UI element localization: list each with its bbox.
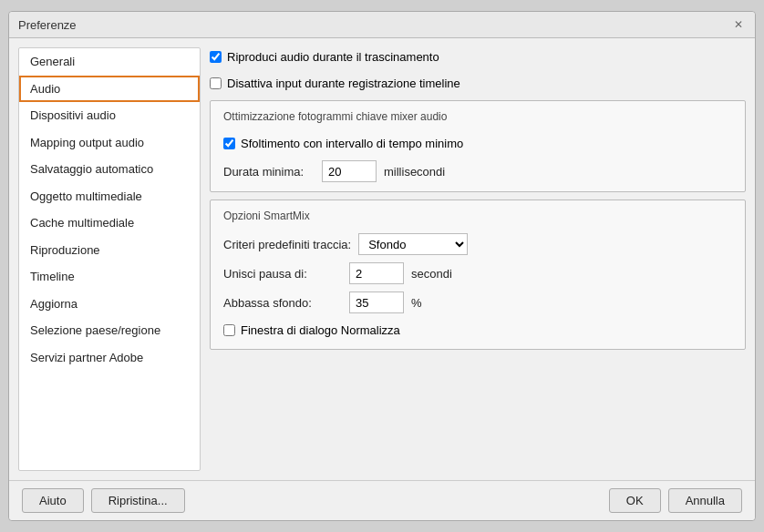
- sidebar-item-audio[interactable]: Audio: [19, 76, 200, 103]
- sidebar-item-selezione-paese[interactable]: Selezione paese/regione: [19, 317, 200, 344]
- sidebar-item-aggiorna[interactable]: Aggiorna: [19, 291, 200, 318]
- sidebar-item-salvataggio-automatico[interactable]: Salvataggio automatico: [19, 156, 200, 183]
- sfoltimento-row: Sfoltimento con intervallo di tempo mini…: [223, 134, 732, 153]
- checkbox-disattiva-input-label: Disattiva input durante registrazione ti…: [227, 77, 460, 90]
- unisci-label: Unisci pausa di:: [223, 267, 342, 281]
- sidebar-item-generali[interactable]: Generali: [19, 48, 200, 76]
- durata-label: Durata minima:: [223, 165, 315, 179]
- ottimizzazione-section: Ottimizzazione fotogrammi chiave mixer a…: [210, 100, 746, 192]
- checkbox-sfoltimento[interactable]: [223, 138, 235, 149]
- titlebar: Preferenze ✕: [9, 12, 755, 38]
- sidebar-item-timeline[interactable]: Timeline: [19, 263, 200, 291]
- checkbox-riproduci-audio[interactable]: [210, 51, 222, 63]
- sidebar-item-servizi-partner[interactable]: Servizi partner Adobe: [19, 344, 200, 372]
- abbassa-input[interactable]: [349, 292, 404, 313]
- sidebar: GeneraliAudioDispositivi audioMapping ou…: [18, 47, 201, 471]
- sidebar-item-dispositivi-audio[interactable]: Dispositivi audio: [19, 102, 200, 129]
- abbassa-row: Abbassa sfondo: %: [223, 292, 732, 313]
- criteri-label: Criteri predefiniti traccia:: [223, 238, 351, 251]
- durata-row: Durata minima: millisecondi: [223, 160, 732, 182]
- finestra-row: Finestra di dialogo Normalizza: [223, 321, 732, 340]
- content-area: Riproduci audio durante il trascinamento…: [210, 47, 746, 471]
- durata-unit: millisecondi: [384, 165, 445, 179]
- smartmix-title: Opzioni SmartMix: [223, 210, 732, 222]
- unisci-row: Unisci pausa di: secondi: [223, 262, 732, 284]
- dialog-title: Preferenze: [18, 18, 77, 32]
- abbassa-unit: %: [411, 296, 422, 310]
- dialog-body: GeneraliAudioDispositivi audioMapping ou…: [9, 38, 755, 480]
- sidebar-item-mapping-output-audio[interactable]: Mapping output audio: [19, 129, 200, 157]
- cancel-button[interactable]: Annulla: [668, 488, 742, 513]
- preferences-dialog: Preferenze ✕ GeneraliAudioDispositivi au…: [8, 11, 756, 521]
- close-button[interactable]: ✕: [731, 17, 746, 32]
- criteri-select[interactable]: Sfondo Voce Musica Effetti: [358, 233, 468, 255]
- unisci-input[interactable]: [349, 262, 404, 284]
- sidebar-item-riproduzione[interactable]: Riproduzione: [19, 237, 200, 264]
- unisci-unit: secondi: [411, 267, 452, 281]
- ok-button[interactable]: OK: [609, 488, 661, 513]
- durata-input[interactable]: [322, 160, 377, 182]
- checkbox-finestra[interactable]: [223, 324, 235, 336]
- checkbox-row-1: Riproduci audio durante il trascinamento: [210, 47, 746, 66]
- abbassa-label: Abbassa sfondo:: [223, 296, 342, 310]
- checkbox-row-2: Disattiva input durante registrazione ti…: [210, 74, 746, 93]
- checkbox-disattiva-input[interactable]: [210, 77, 222, 89]
- footer-right: OK Annulla: [609, 488, 742, 513]
- checkbox-sfoltimento-label: Sfoltimento con intervallo di tempo mini…: [241, 137, 463, 150]
- sidebar-item-oggetto-multimediale[interactable]: Oggetto multimediale: [19, 183, 200, 210]
- criteri-row: Criteri predefiniti traccia: Sfondo Voce…: [223, 233, 732, 255]
- sidebar-item-cache-multimediale[interactable]: Cache multimediale: [19, 210, 200, 237]
- checkbox-finestra-label: Finestra di dialogo Normalizza: [241, 323, 400, 337]
- ottimizzazione-title: Ottimizzazione fotogrammi chiave mixer a…: [223, 110, 732, 123]
- help-button[interactable]: Aiuto: [22, 488, 84, 513]
- smartmix-section: Opzioni SmartMix Criteri predefiniti tra…: [210, 200, 746, 350]
- footer-left: Aiuto Ripristina...: [22, 488, 185, 513]
- reset-button[interactable]: Ripristina...: [91, 488, 185, 513]
- checkbox-riproduci-audio-label: Riproduci audio durante il trascinamento: [227, 50, 439, 64]
- footer: Aiuto Ripristina... OK Annulla: [9, 480, 755, 520]
- content-inner: Riproduci audio durante il trascinamento…: [210, 47, 746, 471]
